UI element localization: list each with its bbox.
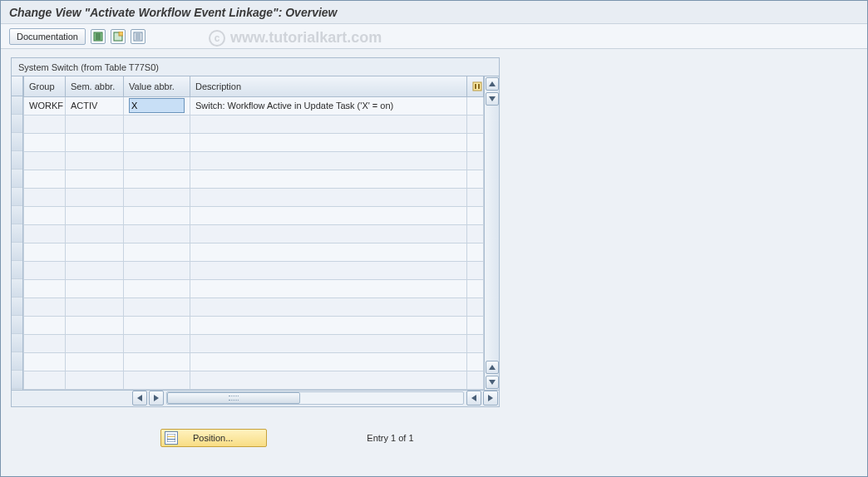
col-header-desc[interactable]: Description	[190, 76, 467, 96]
svg-rect-7	[167, 434, 175, 442]
scroll-right-icon[interactable]	[149, 391, 164, 406]
svg-rect-6	[478, 84, 480, 89]
table-row[interactable]	[24, 316, 484, 334]
cell-val	[124, 96, 190, 115]
sap-window: Change View "Activate Workflow Event Lin…	[0, 0, 868, 477]
table-row[interactable]	[24, 279, 484, 298]
panel-title: System Switch (from Table T77S0)	[12, 58, 499, 76]
scroll-track[interactable]	[166, 391, 464, 405]
position-label: Position...	[193, 433, 233, 443]
toolbar: Documentation	[1, 24, 867, 49]
table-row[interactable]	[24, 352, 484, 371]
table-settings-icon[interactable]	[131, 29, 145, 44]
table-row[interactable]	[24, 115, 484, 133]
table-row[interactable]	[24, 243, 484, 261]
system-switch-panel: System Switch (from Table T77S0)	[11, 57, 500, 407]
row-selector[interactable]	[12, 151, 22, 170]
scroll-up-icon[interactable]	[486, 77, 499, 91]
position-icon	[165, 431, 178, 445]
documentation-button[interactable]: Documentation	[9, 28, 86, 45]
table: Group Sem. abbr. Value abbr. Description…	[23, 76, 484, 390]
cell-desc: Switch: Workflow Active in Update Task (…	[190, 96, 467, 115]
row-selector[interactable]	[12, 170, 22, 188]
footer: Position... Entry 1 of 1	[1, 422, 867, 454]
table-row[interactable]	[24, 151, 484, 170]
scroll-thumb[interactable]	[167, 392, 300, 404]
scroll-left-icon[interactable]	[466, 391, 481, 406]
table-row[interactable]	[24, 206, 484, 224]
select-all-icon[interactable]	[91, 29, 106, 44]
position-button[interactable]: Position...	[160, 429, 267, 447]
horizontal-scrollbar	[12, 390, 499, 406]
row-selector[interactable]	[12, 334, 22, 352]
row-selector[interactable]	[12, 206, 22, 224]
scroll-right-icon[interactable]	[483, 391, 498, 406]
svg-rect-2	[119, 32, 123, 36]
row-selector-column	[12, 76, 23, 390]
value-input[interactable]	[129, 98, 185, 113]
scroll-down-icon[interactable]	[486, 92, 499, 106]
svg-rect-9	[167, 439, 175, 440]
table-row[interactable]	[24, 334, 484, 352]
row-selector[interactable]	[12, 115, 22, 133]
row-selector[interactable]	[12, 133, 22, 151]
table-row[interactable]	[24, 170, 484, 188]
svg-rect-4	[473, 82, 481, 91]
row-selector-header	[12, 76, 22, 96]
svg-rect-8	[167, 436, 175, 437]
row-selector[interactable]	[12, 243, 22, 261]
row-selector[interactable]	[12, 352, 22, 371]
deselect-all-icon[interactable]	[111, 29, 126, 44]
row-selector[interactable]	[12, 188, 22, 206]
scroll-down-icon[interactable]	[486, 376, 499, 389]
entry-count: Entry 1 of 1	[367, 433, 413, 443]
row-selector[interactable]	[12, 371, 22, 389]
table-row[interactable]	[24, 188, 484, 206]
table-config-icon[interactable]	[467, 76, 484, 96]
page-title: Change View "Activate Workflow Event Lin…	[1, 1, 867, 24]
table-row[interactable]	[24, 133, 484, 151]
scroll-left-icon[interactable]	[132, 391, 147, 406]
svg-rect-5	[475, 84, 476, 89]
row-selector[interactable]	[12, 316, 22, 334]
row-selector[interactable]	[12, 261, 22, 279]
row-selector[interactable]	[12, 298, 22, 316]
col-header-val[interactable]: Value abbr.	[124, 76, 190, 96]
row-selector[interactable]	[12, 96, 22, 115]
vertical-scrollbar[interactable]	[484, 76, 499, 390]
cell-cfg	[467, 96, 484, 115]
cell-group: WORKF	[24, 96, 66, 115]
row-selector[interactable]	[12, 279, 22, 298]
table-row[interactable]: WORKF ACTIV Switch: Workflow Active in U…	[24, 96, 484, 115]
col-header-group[interactable]: Group	[24, 76, 66, 96]
table-row[interactable]	[24, 298, 484, 316]
col-header-sem[interactable]: Sem. abbr.	[66, 76, 124, 96]
cell-sem: ACTIV	[66, 96, 124, 115]
table-row[interactable]	[24, 371, 484, 389]
row-selector[interactable]	[12, 224, 22, 243]
grid: Group Sem. abbr. Value abbr. Description…	[12, 76, 499, 390]
table-row[interactable]	[24, 261, 484, 279]
scroll-up-icon[interactable]	[486, 361, 499, 374]
table-row[interactable]	[24, 224, 484, 243]
